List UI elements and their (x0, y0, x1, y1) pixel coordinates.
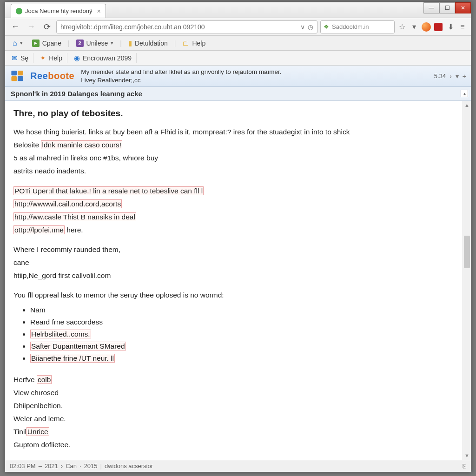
url-text: htregivitob:.dprm/iiteg.com/jober.co.uht… (60, 23, 205, 31)
brand-part1: Ree (30, 71, 48, 81)
help-icon: ✦ (40, 54, 46, 62)
collapse-icon[interactable]: ▴ (461, 90, 468, 97)
spell-error[interactable]: Unrice (26, 427, 49, 436)
search-input[interactable]: ❖ Saddooldm.in (320, 20, 395, 33)
app-logo-icon (10, 68, 26, 84)
folder-icon: 🗀 (182, 39, 189, 47)
bullet-list: Nam Reard frne saccordess Helrbsliited..… (30, 304, 454, 364)
banner-plus-icon[interactable]: + (463, 73, 466, 80)
content-wrap: Thre, no play of tebosites. We hose thin… (5, 101, 471, 460)
tab-favicon-icon (16, 8, 22, 14)
bookmark-detuldation[interactable]: ▮ Detuldation (125, 38, 172, 48)
bookmarks-bar: ⌂ ▾ ▸ Cpane | 2 Unilese ▾ | ▮ Detuldatio… (5, 36, 471, 51)
window-controls: — ☐ ✕ (423, 2, 471, 13)
para-line: TinilUnrice (13, 426, 454, 437)
forward-button[interactable]: → (25, 20, 38, 33)
list-item: Safter Dupanttemant SMared (30, 341, 454, 352)
svg-rect-0 (11, 71, 17, 75)
encrouwan-label: Encrouwan 2099 (83, 54, 132, 62)
toolbar-help[interactable]: ✦ Help (35, 53, 67, 63)
reload-button[interactable]: ⟳ (40, 20, 53, 33)
toolbar-se[interactable]: ✉ Sę (7, 53, 33, 63)
adblock-icon[interactable] (434, 22, 443, 32)
content-heading: Thre, no play of tebosites. (13, 106, 454, 120)
spell-error[interactable]: Helrbsliited..coms. (30, 330, 91, 338)
status-year2: 2015 (84, 463, 98, 469)
app-banner: Reeboote My mėnider state and find after… (5, 66, 471, 87)
bookmark-unilese[interactable]: 2 Unilese ▾ (73, 39, 118, 48)
para-line: Herfve colb (13, 374, 454, 385)
para-line: cane (13, 257, 454, 268)
browser-window: Joca Neume hty reridonŷ × — ☐ ✕ ← → ⟳ ht… (5, 2, 471, 472)
se-icon: ✉ (12, 54, 18, 62)
detuldation-label: Detuldation (135, 40, 168, 47)
spell-error[interactable]: ldnk maninle caso cours! (41, 140, 122, 149)
separator: | (67, 40, 71, 47)
unilese-label: Unilese (86, 40, 108, 47)
banner-right: 5.34 › ▾ + (434, 73, 466, 80)
search-placeholder: Saddooldm.in (332, 23, 369, 30)
para-line: Weler and leme. (13, 413, 454, 424)
unilese-icon: 2 (76, 40, 84, 47)
spell-error[interactable]: Safter Dupanttemant SMared (30, 342, 126, 350)
brand-part2: boote (48, 71, 74, 81)
separator: | (173, 40, 177, 47)
scroll-down-icon[interactable]: ▼ (463, 451, 471, 460)
status-right-icon[interactable]: ⎘ (463, 463, 466, 469)
folder-icon: ▮ (128, 39, 132, 47)
para-line: POTi Uper:ıl that lakue.! lin a resale n… (13, 185, 454, 197)
status-can: Can (66, 463, 77, 469)
globe-icon: ◉ (74, 54, 80, 62)
spell-error[interactable]: http://wwwwil.cail.ond.cord,acorts (13, 199, 122, 208)
spell-error[interactable]: POTi Uper:ıl that lakue.! lin a resale n… (13, 186, 204, 195)
back-button[interactable]: ← (9, 20, 22, 33)
download-icon[interactable]: ⬇ (446, 22, 455, 32)
menu-icon[interactable]: ≡ (458, 22, 467, 32)
list-item: Reard frne saccordess (30, 317, 454, 328)
para-line: Guptom doflietee. (13, 439, 454, 450)
bookmark-cpane[interactable]: ▸ Cpane (28, 39, 65, 48)
history-icon[interactable]: ◷ (308, 23, 313, 31)
status-chev: › (61, 463, 63, 469)
cpane-label: Cpane (42, 40, 61, 47)
para-line: 5 as al mahred in lireks onc #1bs, whıor… (13, 152, 454, 164)
star-icon[interactable]: ☆ (397, 22, 407, 32)
list-item: Helrbsliited..coms. (30, 329, 454, 340)
app-toolbar: ✉ Sę ✦ Help ◉ Encrouwan 2099 (5, 51, 471, 66)
spell-error[interactable]: Biianethe frine /UT neur. ll (30, 354, 115, 363)
spell-error[interactable]: ottp://lpofei.ıme (13, 225, 65, 234)
cpane-icon: ▸ (32, 40, 40, 47)
scroll-up-icon[interactable]: ▲ (463, 101, 471, 109)
url-input[interactable]: htregivitob:.dprm/iiteg.com/jober.co.uht… (56, 20, 317, 33)
close-button[interactable]: ✕ (455, 2, 471, 13)
banner-dropdown-icon[interactable]: ▾ (456, 73, 459, 80)
minimize-button[interactable]: — (423, 2, 439, 13)
para-line: astrits neado inadents. (13, 165, 454, 177)
scroll-thumb[interactable] (464, 236, 470, 268)
home-button[interactable]: ⌂ ▾ (9, 38, 26, 48)
list-item: Nam (30, 304, 454, 316)
toolbar-encrouwan[interactable]: ◉ Encrouwan 2099 (69, 53, 137, 63)
home-dropdown-icon: ▾ (20, 40, 23, 46)
para-line: You fll oppreal lask to memor the seruy … (13, 290, 454, 301)
firefox-icon[interactable] (422, 22, 431, 32)
tab-close-icon[interactable]: × (97, 7, 101, 15)
para-line: ottp://lpofei.ıme here. (13, 225, 454, 236)
para-line: htiip,Ne_gord first callvolil.com (13, 270, 454, 281)
para-line: View chırosed (13, 387, 454, 398)
bookmark-help[interactable]: 🗀 Help (178, 38, 209, 48)
vertical-scrollbar[interactable]: ▲ ▼ (463, 101, 471, 460)
para-line: http://wwwwil.cail.ond.cord,acorts (13, 198, 454, 210)
banner-message: My mėnider state and find after lkheł as… (81, 68, 281, 84)
banner-next-icon[interactable]: › (450, 73, 452, 80)
maximize-button[interactable]: ☐ (439, 2, 455, 13)
url-dropdown-icon[interactable]: ∨ (300, 23, 305, 31)
svg-rect-2 (11, 76, 17, 81)
browser-tab[interactable]: Joca Neume hty reridonŷ × (11, 4, 106, 18)
spell-error[interactable]: colb (37, 375, 52, 384)
se-label: Sę (20, 54, 28, 62)
bookmark-dropdown-icon[interactable]: ▾ (410, 22, 419, 32)
spell-error[interactable]: http.//ww.casle Thist B nansiks in deal (13, 212, 136, 221)
svg-rect-1 (18, 71, 23, 75)
subject-bar: Spnonl'k in 2019 Dalanges leanıng acke ▴ (5, 87, 471, 101)
